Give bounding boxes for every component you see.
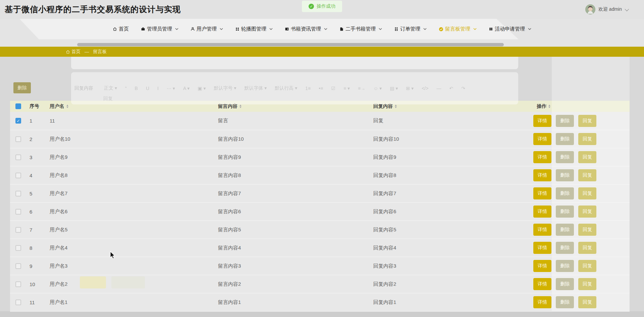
row-checkbox[interactable]: ✓ [15, 118, 21, 124]
reply-button[interactable]: 回复 [578, 206, 596, 218]
delete-button[interactable]: 删除 [556, 260, 574, 272]
table-row: 9 用户名3 留言内容3 回复内容3 详情 删除 回复 [10, 257, 630, 275]
delete-button[interactable]: 删除 [556, 133, 574, 145]
detail-button[interactable]: 详情 [533, 242, 551, 254]
breadcrumb-current: 留言板 [93, 49, 107, 55]
cell-index: 6 [27, 202, 47, 221]
nav-item-usedbook[interactable]: 二手书籍管理 [339, 26, 382, 32]
nav-item-booknews[interactable]: 书籍资讯管理 [285, 26, 327, 32]
row-checkbox[interactable] [15, 173, 21, 178]
cell-username: 用户名3 [47, 257, 215, 275]
detail-button[interactable]: 详情 [533, 260, 551, 272]
nav-item-user[interactable]: 用户管理 [191, 26, 223, 32]
page: 基于微信小程序的二手书交易系统的设计与实现 欢迎 admin ✓ 操作成功 首页 [0, 0, 644, 317]
nav-item-message[interactable]: 留言板管理 [439, 26, 477, 32]
cell-index: 1 [27, 112, 47, 130]
reply-button[interactable]: 回复 [578, 115, 596, 127]
reply-button[interactable]: 回复 [578, 151, 596, 163]
cell-reply: 回复内容10 [371, 130, 530, 148]
detail-button[interactable]: 详情 [533, 296, 551, 308]
cell-message: 留言内容7 [215, 184, 371, 202]
detail-button[interactable]: 详情 [533, 169, 551, 181]
cell-username: 用户名10 [47, 130, 215, 148]
reply-button[interactable]: 回复 [578, 187, 596, 199]
row-checkbox[interactable] [15, 154, 21, 160]
cell-index: 5 [27, 184, 47, 202]
select-all-checkbox[interactable] [15, 103, 21, 109]
column-header[interactable]: 用户名▲▼ [47, 101, 215, 112]
row-checkbox[interactable] [15, 300, 21, 305]
row-checkbox[interactable] [15, 245, 21, 251]
ghost-toolbar-item: ⋯ ▾ [167, 86, 175, 91]
cell-username: 用户名1 [47, 293, 215, 311]
cell-message: 留言内容1 [215, 293, 371, 311]
reply-button[interactable]: 回复 [578, 278, 596, 290]
column-header[interactable]: 操作▲▼ [530, 101, 630, 112]
reply-button[interactable]: 回复 [578, 260, 596, 272]
row-checkbox[interactable] [15, 281, 21, 287]
ghost-editor-panel: 回复内容 正文 ▾“BUI⋯ ▾A ▾▣ ▾默认字号 ▾默认字体 ▾默认行高 ▾… [71, 72, 518, 104]
nav-items: 首页 管理员管理 用户管理 轮播图管理 书籍资讯管理 二手书籍管理 订单管理 留… [0, 19, 644, 39]
reply-button[interactable]: 回复 [578, 169, 596, 181]
row-checkbox[interactable] [15, 136, 21, 142]
main-content: 回复内容 正文 ▾“BUI⋯ ▾A ▾▣ ▾默认字号 ▾默认字体 ▾默认行高 ▾… [0, 57, 644, 317]
sort-icon[interactable]: ▲▼ [548, 104, 551, 108]
cell-reply: 回复内容1 [371, 293, 530, 311]
breadcrumb-home[interactable]: 首页 [66, 49, 80, 55]
nav-item-order[interactable]: 订单管理 [394, 26, 427, 32]
row-checkbox[interactable] [15, 209, 21, 215]
nav-item-home[interactable]: 首页 [113, 26, 129, 32]
cell-message: 留言 [215, 112, 371, 130]
cell-index: 8 [27, 239, 47, 257]
detail-button[interactable]: 详情 [533, 187, 551, 199]
ghost-toolbar-item: B [135, 86, 138, 91]
cell-index: 10 [27, 275, 47, 293]
delete-button[interactable]: 删除 [556, 278, 574, 290]
nav-item-label: 用户管理 [197, 26, 217, 32]
horizontal-scrollbar-thumb[interactable] [77, 43, 504, 46]
delete-button[interactable]: 删除 [556, 224, 574, 236]
nav-item-label: 管理员管理 [147, 26, 172, 32]
bulk-delete-button[interactable]: 删除 [13, 82, 31, 93]
sort-icon[interactable]: ▲▼ [394, 104, 397, 108]
detail-button[interactable]: 详情 [533, 278, 551, 290]
reply-button[interactable]: 回复 [578, 296, 596, 308]
column-header[interactable]: 回复内容▲▼ [371, 101, 530, 112]
delete-button[interactable]: 删除 [556, 242, 574, 254]
reply-button[interactable]: 回复 [578, 133, 596, 145]
detail-button[interactable]: 详情 [533, 224, 551, 236]
chevron-down-icon [269, 28, 273, 30]
detail-button[interactable]: 详情 [533, 151, 551, 163]
nav-item-carousel[interactable]: 轮播图管理 [235, 26, 273, 32]
reply-button[interactable]: 回复 [578, 224, 596, 236]
delete-button[interactable]: 删除 [556, 151, 574, 163]
ghost-toolbar-item: 默认字体 ▾ [244, 85, 267, 91]
nav-item-activity[interactable]: 活动申请管理 [489, 26, 531, 32]
detail-button[interactable]: 详情 [533, 206, 551, 218]
column-header[interactable]: 留言内容▲▼ [215, 101, 371, 112]
row-checkbox[interactable] [15, 227, 21, 233]
delete-button[interactable]: 删除 [556, 115, 574, 127]
nav-item-admin[interactable]: 管理员管理 [141, 26, 178, 32]
breadcrumb: 首页 — 留言板 [0, 47, 644, 57]
activity-icon [489, 27, 493, 31]
reply-button[interactable]: 回复 [578, 242, 596, 254]
nav-item-label: 订单管理 [400, 26, 420, 32]
detail-button[interactable]: 详情 [533, 115, 551, 127]
user-menu[interactable]: 欢迎 admin [585, 4, 628, 14]
row-checkbox[interactable] [15, 263, 21, 269]
delete-button[interactable]: 删除 [556, 187, 574, 199]
message-table: 序号用户名▲▼留言内容▲▼回复内容▲▼操作▲▼ ✓ 1 11 留言 回复 详情 … [10, 101, 630, 312]
table-header-row: 序号用户名▲▼留言内容▲▼回复内容▲▼操作▲▼ [10, 101, 630, 112]
delete-button[interactable]: 删除 [556, 169, 574, 181]
ghost-toolbar-item: ☑ [331, 86, 335, 91]
toast-message: 操作成功 [317, 3, 335, 9]
sort-icon[interactable]: ▲▼ [66, 104, 69, 108]
delete-button[interactable]: 删除 [556, 296, 574, 308]
chevron-down-icon [528, 28, 531, 30]
delete-button[interactable]: 删除 [556, 206, 574, 218]
detail-button[interactable]: 详情 [533, 133, 551, 145]
cell-reply: 回复内容8 [371, 166, 530, 184]
sort-icon[interactable]: ▲▼ [239, 104, 242, 108]
row-checkbox[interactable] [15, 191, 21, 196]
